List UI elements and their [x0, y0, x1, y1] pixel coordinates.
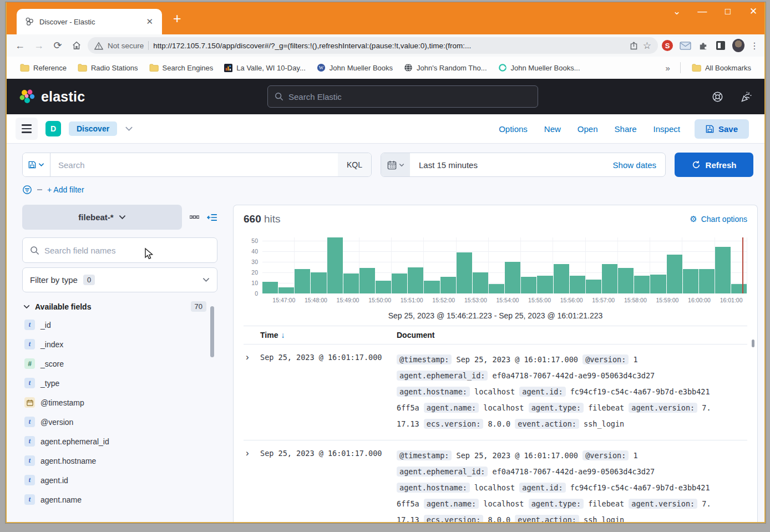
field-search-box[interactable] — [22, 237, 217, 263]
histogram-bar[interactable] — [715, 247, 731, 293]
table-scrollbar[interactable] — [752, 340, 754, 347]
window-close-button[interactable]: ✕ — [748, 6, 759, 17]
histogram-bar[interactable] — [634, 276, 650, 293]
calendar-menu-button[interactable] — [381, 153, 410, 176]
extension-sidebar-icon[interactable] — [715, 39, 727, 52]
doc-field-name[interactable]: agent.name: — [424, 499, 479, 509]
field-item-agent.id[interactable]: tagent.id — [22, 470, 217, 490]
bookmark-item[interactable]: Reference — [14, 62, 72, 74]
field-item-agent.ephemeral_id[interactable]: tagent.ephemeral_id — [22, 432, 217, 451]
time-range-value[interactable]: Last 15 minutes — [410, 160, 604, 170]
histogram-bar[interactable] — [440, 277, 456, 293]
bookmark-item[interactable]: Search Engines — [144, 62, 219, 74]
toolbar-link-inspect[interactable]: Inspect — [654, 124, 680, 134]
doc-field-name[interactable]: agent.type: — [529, 403, 584, 413]
histogram-bar[interactable] — [343, 273, 359, 293]
histogram-bar[interactable] — [311, 272, 326, 293]
doc-field-name[interactable]: ecs.version: — [424, 515, 484, 522]
extension-shield-icon[interactable]: S — [661, 39, 673, 52]
filter-by-type-button[interactable]: Filter by type 0 — [22, 267, 217, 292]
histogram-bar[interactable] — [408, 267, 423, 294]
global-search-input[interactable] — [288, 92, 531, 102]
histogram-bar[interactable] — [618, 268, 634, 293]
reload-icon[interactable]: ⟳ — [50, 38, 65, 53]
histogram-bar[interactable] — [554, 264, 569, 293]
doc-field-name[interactable]: @version: — [582, 354, 629, 364]
doc-field-name[interactable]: @version: — [582, 450, 629, 460]
chart-options-button[interactable]: ⚙ Chart options — [690, 214, 747, 224]
bookmark-item[interactable]: John's Random Tho... — [398, 61, 493, 74]
bookmark-item[interactable]: Radio Stations — [72, 62, 144, 74]
histogram-bar[interactable] — [424, 281, 439, 293]
elastic-brand[interactable]: elastic — [19, 88, 85, 105]
toolbar-link-new[interactable]: New — [544, 124, 561, 134]
toolbar-link-open[interactable]: Open — [578, 124, 598, 134]
filter-icon[interactable] — [22, 185, 32, 195]
doc-field-name[interactable]: agent.version: — [629, 499, 697, 509]
home-icon[interactable] — [69, 38, 84, 53]
doc-field-name[interactable]: agent.ephemeral_id: — [397, 371, 488, 381]
window-maximize-button[interactable]: ☐ — [722, 7, 733, 16]
doc-field-name[interactable]: @timestamp: — [397, 354, 452, 364]
field-search-input[interactable] — [44, 246, 210, 255]
doc-field-name[interactable]: @timestamp: — [397, 450, 452, 460]
space-avatar[interactable]: D — [45, 121, 61, 136]
newsfeed-party-icon[interactable] — [740, 90, 752, 103]
histogram-bar[interactable] — [392, 273, 407, 293]
bookmark-star-icon[interactable]: ☆ — [643, 40, 651, 52]
extensions-puzzle-icon[interactable] — [697, 39, 709, 52]
toolbar-link-share[interactable]: Share — [615, 124, 637, 134]
histogram-bar[interactable] — [602, 264, 617, 293]
field-item-_score[interactable]: #_score — [22, 354, 217, 373]
histogram-bar[interactable] — [262, 282, 278, 293]
doc-field-name[interactable]: agent.type: — [529, 499, 584, 509]
nav-menu-icon[interactable] — [16, 118, 38, 140]
doc-field-name[interactable]: agent.version: — [629, 403, 697, 413]
histogram-bar[interactable] — [376, 281, 391, 293]
field-item-_id[interactable]: t_id — [22, 315, 217, 335]
doc-field-name[interactable]: event.action: — [515, 419, 579, 429]
window-minimize-button[interactable]: — — [697, 6, 708, 17]
histogram-bar[interactable] — [683, 269, 698, 293]
forward-icon[interactable]: → — [31, 38, 47, 53]
histogram-bar[interactable] — [699, 269, 715, 293]
field-item-@version[interactable]: t@version — [22, 412, 217, 432]
save-button[interactable]: Save — [695, 119, 749, 139]
breadcrumb-discover[interactable]: Discover — [69, 121, 117, 136]
expand-row-icon[interactable]: › — [244, 352, 260, 432]
expand-row-icon[interactable]: › — [244, 448, 260, 522]
field-item-_index[interactable]: t_index — [22, 335, 217, 354]
refresh-button[interactable]: Refresh — [675, 153, 753, 177]
bookmark-item[interactable]: La Valle, WI 10-Day... — [219, 62, 311, 74]
browser-menu-icon[interactable]: ⋮ — [750, 40, 759, 51]
doc-field-name[interactable]: agent.hostname: — [397, 387, 470, 397]
extension-mail-icon[interactable] — [679, 39, 691, 52]
histogram-bar[interactable] — [650, 275, 666, 293]
doc-field-name[interactable]: agent.hostname: — [397, 483, 470, 493]
doc-field-name[interactable]: ecs.version: — [424, 419, 484, 429]
share-icon[interactable] — [629, 41, 639, 50]
show-dates-button[interactable]: Show dates — [604, 160, 665, 170]
new-tab-button[interactable]: + — [173, 12, 181, 24]
histogram-bar[interactable] — [731, 284, 747, 293]
url-text[interactable]: http://172.105.7.150/app/discover#/?_g=(… — [153, 42, 624, 50]
histogram-bar[interactable] — [278, 287, 294, 293]
browser-tab[interactable]: Discover - Elastic ✕ — [17, 9, 162, 34]
index-options-icon[interactable] — [190, 215, 199, 219]
histogram-bar[interactable] — [327, 237, 343, 293]
doc-field-name[interactable]: agent.name: — [424, 403, 479, 413]
bookmark-item[interactable]: John Mueller Books... — [493, 61, 586, 74]
breadcrumb-chevron-icon[interactable] — [125, 126, 133, 131]
tab-close-icon[interactable]: ✕ — [143, 16, 156, 28]
global-search[interactable] — [267, 85, 538, 108]
all-bookmarks-button[interactable]: All Bookmarks — [686, 62, 757, 74]
available-fields-toggle[interactable]: Available fields 70 — [23, 301, 216, 312]
histogram-bar[interactable] — [586, 280, 601, 293]
histogram-bar[interactable] — [505, 262, 520, 293]
field-item-agent.name[interactable]: tagent.name — [22, 490, 217, 509]
bookmark-item[interactable]: WJohn Mueller Books — [311, 61, 398, 74]
bookmarks-overflow-icon[interactable]: » — [661, 63, 675, 73]
histogram-bar[interactable] — [570, 276, 585, 293]
doc-field-name[interactable]: event.action: — [515, 515, 579, 522]
field-item-agent.hostname[interactable]: tagent.hostname — [22, 451, 217, 470]
